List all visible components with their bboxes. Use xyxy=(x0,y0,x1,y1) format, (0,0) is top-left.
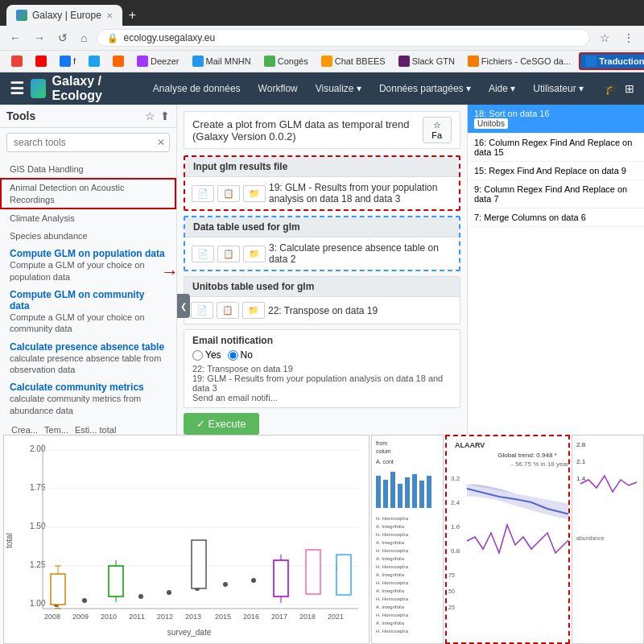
sidebar-compute-glm-com[interactable]: Compute GLM on community data Compute a … xyxy=(0,286,176,338)
url-box[interactable]: 🔒 ecology.usegalaxy.eu xyxy=(97,29,590,47)
nav-analyse[interactable]: Analyse de données xyxy=(145,76,249,101)
tab-bar: Galaxy | Europe ✕ + xyxy=(0,0,644,26)
svg-text:3.2: 3.2 xyxy=(451,475,460,482)
svg-text:2.1: 2.1 xyxy=(576,458,586,465)
bookmark-mail[interactable]: Mail MNHN xyxy=(188,54,256,68)
graduation-icon[interactable]: 🎓 xyxy=(605,82,618,95)
unitobs-btn1[interactable]: 📄 xyxy=(191,302,213,319)
nav-help[interactable]: Aide ▾ xyxy=(481,76,523,101)
mail-icon xyxy=(192,56,204,67)
svg-text:- 56.75 % in 18 years: - 56.75 % in 18 years xyxy=(511,460,568,468)
sidebar-calc-community[interactable]: Calculate community metrics calculate co… xyxy=(0,378,176,419)
bookmark-slack[interactable]: Slack GTN xyxy=(394,54,460,68)
input-glm-btn2[interactable]: 📋 xyxy=(217,185,240,202)
svg-point-20 xyxy=(251,578,256,583)
back-button[interactable]: ← xyxy=(6,30,24,46)
data-table-row: 📄 📋 📁 3: Calculate presence absence tabl… xyxy=(185,237,459,270)
active-tab[interactable]: Galaxy | Europe ✕ xyxy=(6,5,122,26)
svg-text:H. Homocepha: H. Homocepha xyxy=(376,597,409,601)
sidebar-upload-button[interactable]: ⬆ xyxy=(160,109,170,122)
email-yes-label[interactable]: Yes xyxy=(192,349,221,361)
data-table-btn3[interactable]: 📁 xyxy=(243,246,266,262)
bookmark-fichiers[interactable]: Fichiers - CeSGO da... xyxy=(463,54,576,68)
svg-rect-57 xyxy=(405,477,410,508)
svg-text:A. Integrifolia: A. Integrifolia xyxy=(376,540,405,545)
nav-user[interactable]: Utilisateur ▾ xyxy=(525,76,592,101)
bookmark-chat[interactable]: Chat BBEES xyxy=(316,54,390,68)
data-table-btn1[interactable]: 📄 xyxy=(192,246,214,262)
nav-visualize[interactable]: Visualize ▾ xyxy=(308,76,369,101)
search-input[interactable] xyxy=(6,133,170,152)
nav-shared[interactable]: Données partagées ▾ xyxy=(371,76,479,101)
header-icons: 🎓 ⊞ xyxy=(605,82,634,95)
reload-button[interactable]: ↺ xyxy=(55,30,71,46)
svg-text:1.4: 1.4 xyxy=(576,475,586,482)
favorite-button[interactable]: ☆ Fa xyxy=(423,117,452,143)
twitter-icon xyxy=(89,56,100,67)
unitobs-section: Unitobs table used for glm 📄 📋 📁 22: Tra… xyxy=(184,276,460,324)
sidebar-item-gis[interactable]: GIS Data Handling xyxy=(0,160,176,178)
history-item-18[interactable]: 18: Sort on data 16 Unitobs xyxy=(468,105,644,134)
tool-title: Create a plot from GLM data as temporal … xyxy=(192,118,423,142)
sidebar-item-animal[interactable]: Animal Detection on Acoustic Recordings xyxy=(0,178,176,209)
grid-icon[interactable]: ⊞ xyxy=(625,82,634,95)
svg-text:2.4: 2.4 xyxy=(451,499,460,506)
bookmark-youtube[interactable] xyxy=(31,54,52,68)
sidebar-compute-glm-pop[interactable]: Compute GLM on population data Compute a… xyxy=(0,245,176,286)
svg-point-14 xyxy=(82,598,87,603)
home-button[interactable]: ⌂ xyxy=(77,30,90,46)
close-tab-icon[interactable]: ✕ xyxy=(106,11,113,20)
data-table-btn2[interactable]: 📋 xyxy=(217,246,240,262)
svg-text:2015: 2015 xyxy=(215,613,231,621)
bookmark-facebook[interactable]: f xyxy=(55,54,80,68)
browser-chrome: Galaxy | Europe ✕ + ← → ↺ ⌂ 🔒 ecology.us… xyxy=(0,0,644,72)
search-clear-icon[interactable]: ✕ xyxy=(157,137,165,148)
unitobs-btn2[interactable]: 📋 xyxy=(217,302,239,319)
svg-text:abundance: abundance xyxy=(576,535,605,541)
svg-text:0.8: 0.8 xyxy=(451,547,460,555)
svg-text:2.8: 2.8 xyxy=(576,441,586,448)
svg-rect-56 xyxy=(398,484,402,508)
bookmark-traduction[interactable]: Traduction xyxy=(579,52,644,70)
search-box: ✕ xyxy=(0,128,176,157)
slack-label: Slack GTN xyxy=(412,56,455,66)
bookmark-deezer[interactable]: Deezer xyxy=(132,54,184,68)
email-no-radio[interactable] xyxy=(228,350,238,361)
unitobs-btn3[interactable]: 📁 xyxy=(242,302,265,319)
history-item-7[interactable]: 7: Merge Columns on data 6 xyxy=(468,208,644,227)
svg-text:75: 75 xyxy=(448,572,455,578)
sidebar-calc-presence[interactable]: Calculate presence absence table calcula… xyxy=(0,338,176,379)
galaxy-logo: ☰ Galaxy / Ecology xyxy=(10,74,132,103)
email-no-label[interactable]: No xyxy=(228,349,253,361)
tab-title: Galaxy | Europe xyxy=(32,10,101,21)
svg-text:2010: 2010 xyxy=(101,613,117,621)
annotation-arrow: → xyxy=(161,262,179,283)
svg-text:50: 50 xyxy=(448,588,455,594)
bookmark-button[interactable]: ☆ xyxy=(597,30,613,46)
bookmark-twitter[interactable] xyxy=(84,54,105,68)
bookmark-conges[interactable]: Congés xyxy=(259,54,313,68)
history-item-9[interactable]: 9: Column Regex Find And Replace on data… xyxy=(468,180,644,208)
history-item-15[interactable]: 15: Regex Find And Replace on data 9 xyxy=(468,162,644,180)
sidebar-toggle-button[interactable]: ❮ xyxy=(177,294,190,318)
menu-button[interactable]: ⋮ xyxy=(620,30,638,46)
sidebar-item-species[interactable]: Species abundance xyxy=(0,227,176,245)
svg-text:H. Homocepha: H. Homocepha xyxy=(376,613,409,617)
sidebar-star-button[interactable]: ☆ xyxy=(145,109,155,122)
svg-text:H. Homocepha: H. Homocepha xyxy=(376,532,409,537)
history-item-16[interactable]: 16: Column Regex Find And Replace on dat… xyxy=(468,134,644,162)
forward-button[interactable]: → xyxy=(31,30,48,46)
chat-icon xyxy=(321,56,332,67)
bookmark-orange[interactable] xyxy=(108,54,129,68)
sidebar-item-climate[interactable]: Climate Analysis xyxy=(0,209,176,227)
nav-workflow[interactable]: Workflow xyxy=(250,76,306,101)
email-desc2: 19: GLM - Results from your population a… xyxy=(192,374,452,393)
input-glm-btn3[interactable]: 📁 xyxy=(243,185,266,202)
conges-label: Congés xyxy=(278,56,308,66)
bookmark-gmail[interactable] xyxy=(6,54,27,68)
email-yes-radio[interactable] xyxy=(192,350,203,361)
galaxy-title: Galaxy / Ecology xyxy=(52,74,132,103)
input-glm-btn1[interactable]: 📄 xyxy=(192,185,214,202)
execute-button[interactable]: ✓ Execute xyxy=(184,413,259,435)
new-tab-button[interactable]: + xyxy=(122,5,142,26)
